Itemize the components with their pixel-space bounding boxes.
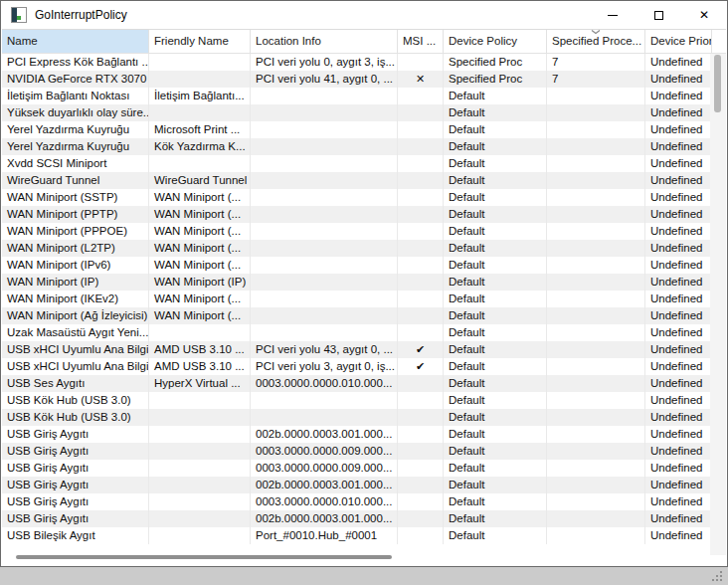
table-row[interactable]: WAN Miniport (IPv6)WAN Miniport (...Defa…: [2, 257, 712, 274]
cell-device_policy: Default: [444, 341, 547, 358]
cell-device_priority: Undefined: [645, 257, 712, 274]
table-row[interactable]: WAN Miniport (Ağ İzleyicisi)WAN Miniport…: [2, 307, 712, 324]
cell-device_policy: Default: [444, 358, 547, 375]
table-row[interactable]: USB Giriş Aygıtı0003.0000.0000.010.000..…: [2, 493, 712, 510]
column-header-device_policy[interactable]: Device Policy: [444, 30, 547, 53]
window-title: GoInterruptPolicy: [35, 8, 127, 22]
cell-device_policy: Default: [444, 223, 547, 240]
cell-specified_processors: [547, 493, 645, 510]
cell-device_priority: Undefined: [645, 155, 712, 172]
column-header-label: Name: [7, 35, 38, 47]
table-row[interactable]: WAN Miniport (L2TP)WAN Miniport (...Defa…: [2, 240, 712, 257]
cell-friendly_name: [149, 54, 251, 71]
cell-location: [251, 257, 398, 274]
horizontal-scrollbar-thumb[interactable]: [16, 555, 392, 559]
cell-msi: [398, 223, 444, 240]
app-icon[interactable]: [11, 7, 27, 23]
cell-friendly_name: [149, 493, 251, 510]
cell-specified_processors: [547, 291, 645, 307]
cell-msi: [398, 527, 444, 544]
cell-device_policy: Default: [444, 477, 547, 493]
table-row[interactable]: WireGuard TunnelWireGuard TunnelDefaultU…: [2, 172, 712, 189]
cell-name: WAN Miniport (PPTP): [2, 206, 149, 223]
horizontal-scrollbar[interactable]: [2, 551, 710, 563]
vertical-scrollbar-thumb[interactable]: [714, 55, 721, 112]
column-header-friendly_name[interactable]: Friendly Name: [149, 30, 251, 53]
table-row[interactable]: USB Giriş Aygıtı002b.0000.0003.001.000..…: [2, 426, 712, 443]
close-button[interactable]: ✕: [681, 1, 727, 29]
cell-device_policy: Default: [444, 206, 547, 223]
table-row[interactable]: WAN Miniport (PPTP)WAN Miniport (...Defa…: [2, 206, 712, 223]
table-row[interactable]: Uzak Masaüstü Aygıt Yeni...DefaultUndefi…: [2, 324, 712, 341]
table-row[interactable]: PCI Express Kök Bağlantı ...PCI veri yol…: [2, 54, 712, 71]
cell-friendly_name: WAN Miniport (...: [149, 291, 251, 307]
table-row[interactable]: USB xHCI Uyumlu Ana Bilgi...AMD USB 3.10…: [2, 358, 712, 375]
column-header-specified_processors[interactable]: Specified Proce...: [547, 30, 645, 53]
table-row[interactable]: WAN Miniport (SSTP)WAN Miniport (...Defa…: [2, 189, 712, 206]
table-row[interactable]: İletişim Bağlantı Noktasıİletişim Bağlan…: [2, 88, 712, 104]
cell-name: WAN Miniport (Ağ İzleyicisi): [2, 307, 149, 324]
resize-grip[interactable]: [711, 570, 724, 583]
table-row[interactable]: USB Giriş Aygıtı0003.0000.0000.009.000..…: [2, 443, 712, 460]
table-row[interactable]: USB Kök Hub (USB 3.0)DefaultUndefined: [2, 392, 712, 409]
cell-location: 0003.0000.0000.009.000...: [251, 460, 398, 477]
column-header-location[interactable]: Location Info: [251, 30, 398, 53]
table-row[interactable]: WAN Miniport (PPPOE)WAN Miniport (...Def…: [2, 223, 712, 240]
cell-device_priority: Undefined: [645, 138, 712, 155]
table-row[interactable]: USB xHCI Uyumlu Ana Bilgi...AMD USB 3.10…: [2, 341, 712, 358]
table-row[interactable]: NVIDIA GeForce RTX 3070PCI veri yolu 41,…: [2, 71, 712, 88]
cell-msi: [398, 155, 444, 172]
table-row[interactable]: USB Giriş Aygıtı002b.0000.0003.001.000..…: [2, 510, 712, 527]
table-row[interactable]: WAN Miniport (IKEv2)WAN Miniport (...Def…: [2, 291, 712, 307]
table-row[interactable]: USB Bileşik AygıtPort_#0010.Hub_#0001Def…: [2, 527, 712, 544]
cell-location: 0003.0000.0000.009.000...: [251, 443, 398, 460]
cell-name: Uzak Masaüstü Aygıt Yeni...: [2, 324, 149, 341]
cell-name: USB xHCI Uyumlu Ana Bilgi...: [2, 341, 149, 358]
cell-msi: [398, 88, 444, 104]
cell-location: [251, 324, 398, 341]
cell-msi: [398, 426, 444, 443]
cell-msi-cross-icon: ✕: [398, 71, 444, 88]
table-row[interactable]: WAN Miniport (IP)WAN Miniport (IP)Defaul…: [2, 274, 712, 291]
cell-name: USB Giriş Aygıtı: [2, 510, 149, 527]
cell-name: USB Giriş Aygıtı: [2, 426, 149, 443]
table-row[interactable]: USB Ses AygıtıHyperX Virtual ...0003.000…: [2, 375, 712, 392]
column-header-msi[interactable]: MSI ...: [398, 30, 444, 53]
table-row[interactable]: USB Giriş Aygıtı002b.0000.0003.001.000..…: [2, 477, 712, 493]
cell-name: USB Ses Aygıtı: [2, 375, 149, 392]
cell-specified_processors: [547, 240, 645, 257]
cell-location: [251, 307, 398, 324]
cell-msi: [398, 257, 444, 274]
cell-name: USB Giriş Aygıtı: [2, 443, 149, 460]
background-strip: [0, 567, 728, 585]
table-row[interactable]: Yerel Yazdırma KuyruğuMicrosoft Print ..…: [2, 121, 712, 138]
cell-location: [251, 189, 398, 206]
minimize-button[interactable]: [590, 1, 636, 29]
cell-friendly_name: AMD USB 3.10 ...: [149, 341, 251, 358]
cell-msi: [398, 291, 444, 307]
table-row[interactable]: USB Kök Hub (USB 3.0)DefaultUndefined: [2, 409, 712, 426]
cell-device_priority: Undefined: [645, 324, 712, 341]
table-row[interactable]: Xvdd SCSI MiniportDefaultUndefined: [2, 155, 712, 172]
cell-friendly_name: İletişim Bağlantı...: [149, 88, 251, 104]
cell-name: WAN Miniport (IKEv2): [2, 291, 149, 307]
cell-location: [251, 240, 398, 257]
cell-specified_processors: [547, 341, 645, 358]
maximize-button[interactable]: [636, 1, 681, 29]
cell-msi-check-icon: ✔: [398, 341, 444, 358]
column-header-device_priority[interactable]: Device Priori: [645, 30, 712, 53]
cell-device_policy: Specified Proc: [444, 71, 547, 88]
cell-device_policy: Default: [444, 138, 547, 155]
cell-friendly_name: WAN Miniport (...: [149, 223, 251, 240]
cell-specified_processors: [547, 460, 645, 477]
table-row[interactable]: Yüksek duyarlıklı olay süre...DefaultUnd…: [2, 104, 712, 121]
table-row[interactable]: Yerel Yazdırma KuyruğuKök Yazdırma K...D…: [2, 138, 712, 155]
maximize-icon: [654, 11, 663, 20]
cell-name: Yerel Yazdırma Kuyruğu: [2, 138, 149, 155]
cell-name: WAN Miniport (L2TP): [2, 240, 149, 257]
cell-location: PCI veri yolu 3, aygıt 0, iş...: [251, 358, 398, 375]
cell-name: USB Kök Hub (USB 3.0): [2, 392, 149, 409]
table-row[interactable]: USB Giriş Aygıtı0003.0000.0000.009.000..…: [2, 460, 712, 477]
vertical-scrollbar[interactable]: [710, 54, 726, 555]
column-header-name[interactable]: Name: [2, 30, 149, 53]
